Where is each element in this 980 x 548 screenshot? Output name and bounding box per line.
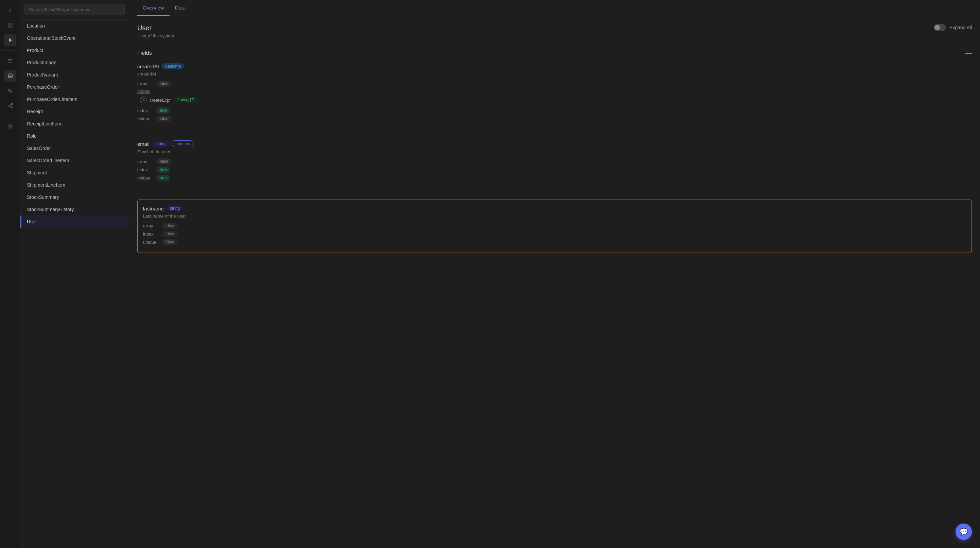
type-item-receipt[interactable]: Receipt — [21, 105, 129, 118]
array-label: array — [137, 159, 154, 164]
field-index-meta: index true — [137, 107, 972, 113]
field-type-badge: string — [152, 141, 169, 147]
unique-value: true — [156, 175, 170, 181]
tab-overview[interactable]: Overview — [137, 0, 170, 16]
field-description: Last name of the user — [143, 213, 966, 218]
field-type-badge: datetime — [162, 63, 184, 69]
field-unique-meta: unique false — [137, 116, 972, 122]
field-unique-meta: unique false — [143, 239, 966, 245]
search-box — [21, 0, 129, 20]
field-name-row: lastname string — [143, 206, 966, 212]
type-item-shipmentlineitem[interactable]: ShipmentLineItem — [21, 179, 129, 191]
key-icon[interactable] — [4, 84, 16, 97]
type-item-user[interactable]: User — [21, 215, 129, 228]
type-sidebar: LocationOperationalStockEventProductProd… — [21, 0, 129, 548]
field-name-label: lastname — [143, 206, 164, 212]
main-content: OverviewData User User of the system Exp… — [129, 0, 980, 548]
field-array-meta: array false — [143, 223, 966, 229]
chevrons-icon[interactable]: » — [4, 4, 16, 16]
type-item-productimage[interactable]: ProductImage — [21, 56, 129, 68]
svg-rect-8 — [8, 59, 9, 60]
hook-value: "now()" — [173, 97, 198, 103]
field-unique-meta: unique true — [137, 175, 972, 181]
type-title: User — [137, 24, 174, 32]
type-item-role[interactable]: Role — [21, 130, 129, 142]
unique-label: unique — [137, 175, 154, 180]
play-icon[interactable] — [4, 34, 16, 46]
search-input[interactable] — [24, 4, 125, 15]
type-item-productvariant[interactable]: ProductVariant — [21, 68, 129, 81]
type-item-stocksummary[interactable]: StockSummary — [21, 191, 129, 203]
type-item-stocksummaryhistory[interactable]: StockSummaryHistory — [21, 203, 129, 215]
share-icon[interactable] — [4, 100, 16, 112]
svg-point-14 — [11, 104, 13, 105]
array-value: false — [162, 223, 177, 229]
svg-point-13 — [8, 105, 9, 107]
index-label: index — [143, 231, 160, 237]
type-info: User User of the system — [137, 24, 174, 38]
svg-point-10 — [8, 89, 11, 91]
array-value: false — [156, 158, 172, 164]
fields-container: createdAt datetime createdAt array false… — [137, 63, 972, 253]
type-item-purchaseorderlineitem[interactable]: PurchaseOrderLineItem — [21, 93, 129, 105]
field-description: Email of the user — [137, 149, 972, 155]
svg-line-16 — [9, 104, 11, 105]
unique-label: unique — [137, 116, 154, 121]
database-icon[interactable] — [4, 70, 16, 82]
svg-point-18 — [9, 126, 11, 127]
unique-label: unique — [143, 240, 160, 245]
type-list: LocationOperationalStockEventProductProd… — [21, 20, 129, 548]
field-type-badge: string — [167, 206, 183, 212]
index-value: true — [156, 107, 170, 113]
hook-icon: ⓘ — [140, 97, 147, 104]
expand-toggle: Expand All — [934, 24, 972, 31]
field-required-badge: required — [172, 140, 194, 147]
svg-line-17 — [9, 106, 11, 107]
svg-marker-4 — [9, 38, 12, 42]
index-value: false — [162, 231, 177, 237]
expand-all-label: Expand All — [950, 25, 972, 30]
array-value: false — [156, 81, 172, 87]
fields-header: Fields — — [137, 49, 972, 56]
field-email: email string required Email of the user … — [137, 140, 972, 191]
chat-button[interactable]: 💬 — [956, 524, 972, 540]
field-array-meta: array false — [137, 158, 972, 164]
field-array-meta: array false — [137, 81, 972, 87]
array-label: array — [143, 223, 160, 228]
field-name-label: createdAt — [137, 64, 159, 69]
type-item-purchaseorder[interactable]: PurchaseOrder — [21, 81, 129, 93]
type-header: User User of the system Expand All — [137, 24, 972, 38]
svg-line-12 — [11, 91, 12, 92]
type-item-location[interactable]: Location — [21, 20, 129, 32]
type-item-salesorder[interactable]: SalesOrder — [21, 142, 129, 155]
hooks-label: hooks: — [137, 89, 972, 94]
field-index-meta: index true — [137, 167, 972, 173]
index-value: true — [156, 167, 170, 173]
type-item-shipment[interactable]: Shipment — [21, 167, 129, 179]
type-item-operationalstockevent[interactable]: OperationalStockEvent — [21, 32, 129, 44]
index-label: index — [137, 167, 154, 172]
hook-row: ⓘ createExpr "now()" — [137, 97, 972, 104]
list-icon[interactable] — [4, 55, 16, 67]
type-description: User of the system — [137, 33, 174, 38]
tab-data[interactable]: Data — [170, 0, 191, 16]
settings-icon[interactable] — [4, 120, 16, 132]
tabs-bar: OverviewData — [129, 0, 980, 16]
field-index-meta: index false — [143, 231, 966, 237]
sidebar-divider — [2, 50, 18, 51]
field-description: createdAt — [137, 72, 972, 76]
type-item-receiptlineitem[interactable]: ReceiptLineItem — [21, 118, 129, 130]
header-separator — [137, 44, 972, 44]
array-label: array — [137, 81, 154, 86]
type-item-product[interactable]: Product — [21, 44, 129, 56]
hook-name: createExpr — [150, 97, 171, 103]
book-icon[interactable] — [4, 19, 16, 31]
fields-title: Fields — [137, 50, 152, 56]
field-name-row: email string required — [137, 140, 972, 147]
field-name-row: createdAt datetime — [137, 63, 972, 69]
expand-all-toggle[interactable] — [934, 24, 946, 31]
unique-value: false — [162, 239, 177, 245]
index-label: index — [137, 108, 154, 113]
collapse-button[interactable]: — — [965, 49, 972, 56]
type-item-salesorderlineitem[interactable]: SalesOrderLineItem — [21, 155, 129, 167]
